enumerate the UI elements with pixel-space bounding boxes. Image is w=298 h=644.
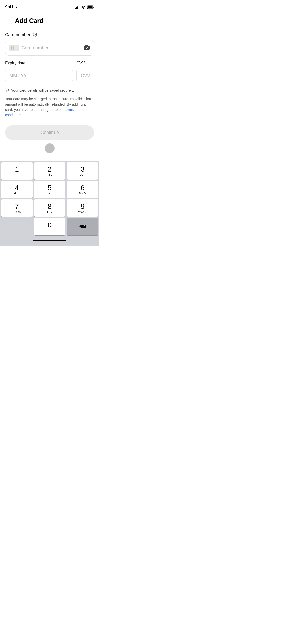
wifi-icon: [81, 5, 86, 9]
terms-end: .: [21, 113, 22, 117]
numeric-key[interactable]: 7PQRS: [1, 199, 33, 217]
status-time: 9:41: [5, 5, 13, 10]
card-number-input[interactable]: [22, 45, 83, 51]
numeric-key[interactable]: 1: [1, 162, 33, 180]
svg-point-10: [86, 47, 87, 48]
card-number-label-text: Card number: [5, 32, 30, 37]
svg-point-3: [11, 47, 12, 49]
status-bar: 9:41 ▲: [0, 0, 99, 13]
svg-point-7: [11, 46, 12, 47]
card-chip-icon: [9, 45, 19, 51]
svg-rect-1: [88, 6, 93, 8]
home-indicator: [5, 143, 94, 153]
key-number: 8: [48, 203, 52, 210]
key-letters: WXYZ: [78, 211, 87, 214]
cvv-input-wrapper[interactable]: [76, 68, 99, 83]
numeric-keyboard: 12ABC3DEF4GHI5JKL6MNO7PQRS8TUV9WXYZ0: [0, 161, 99, 238]
card-number-label: Card number: [5, 32, 94, 37]
key-letters: MNO: [79, 192, 86, 195]
key-letters: PQRS: [13, 211, 21, 214]
content-area: Card number: [0, 30, 99, 161]
numeric-key[interactable]: 9WXYZ: [67, 199, 98, 217]
expiry-label-text: Expiry date: [5, 61, 25, 65]
terms-text: Your card may be charged to make sure it…: [5, 96, 94, 118]
key-number: 0: [48, 222, 52, 229]
home-dot: [45, 143, 55, 153]
key-number: 7: [15, 203, 19, 210]
svg-point-4: [13, 47, 14, 49]
numeric-key[interactable]: 5JKL: [34, 181, 65, 198]
security-note: Your card details will be saved securely…: [5, 88, 94, 92]
security-note-text: Your card details will be saved securely…: [11, 88, 74, 92]
status-icons: [75, 5, 94, 9]
expiry-label: Expiry date: [5, 61, 73, 65]
svg-point-5: [11, 49, 12, 50]
page-title: Add Card: [15, 17, 44, 25]
numeric-key[interactable]: 8TUV: [34, 199, 65, 217]
numeric-key[interactable]: 6MNO: [67, 181, 98, 198]
svg-point-8: [13, 46, 14, 47]
expiry-input-wrapper[interactable]: [5, 68, 73, 83]
home-bar-line: [33, 240, 66, 241]
cvv-label-text: CVV: [76, 61, 85, 65]
expiry-cvv-row: Expiry date CVV: [5, 61, 94, 83]
continue-button[interactable]: Continue: [5, 125, 94, 140]
key-letters: ABC: [47, 173, 53, 177]
key-number: 2: [48, 166, 52, 173]
key-letters: JKL: [47, 192, 52, 195]
svg-point-6: [13, 49, 14, 50]
empty-key: [1, 218, 33, 235]
key-number: 5: [48, 184, 52, 192]
delete-key[interactable]: [67, 218, 98, 235]
numeric-key[interactable]: 2ABC: [34, 162, 65, 180]
camera-icon[interactable]: [83, 44, 90, 51]
card-number-input-wrapper[interactable]: [5, 40, 94, 56]
signal-icon: [75, 5, 79, 9]
keyboard-row: 12ABC3DEF: [1, 162, 98, 180]
key-number: 4: [15, 184, 19, 192]
shield-icon: [32, 32, 37, 37]
key-number: 1: [15, 166, 19, 173]
key-number: 3: [80, 166, 85, 173]
numeric-key[interactable]: 3DEF: [67, 162, 98, 180]
key-letters: TUV: [47, 211, 53, 214]
battery-icon: [87, 5, 94, 9]
expiry-col: Expiry date: [5, 61, 73, 83]
numeric-key[interactable]: 4GHI: [1, 181, 33, 198]
numeric-key[interactable]: 0: [34, 218, 65, 235]
back-button[interactable]: ←: [5, 18, 11, 24]
page-header: ← Add Card: [0, 13, 99, 30]
key-letters: DEF: [80, 173, 86, 177]
home-bar: [0, 238, 99, 246]
location-arrow-icon: ▲: [15, 5, 18, 9]
keyboard-row: 0: [1, 218, 98, 235]
keyboard-row: 4GHI5JKL6MNO: [1, 181, 98, 198]
security-shield-icon: [5, 88, 9, 92]
key-letters: GHI: [14, 192, 20, 195]
key-number: 6: [80, 184, 85, 192]
cvv-col: CVV: [76, 61, 99, 83]
key-number: 9: [80, 203, 85, 210]
keyboard-row: 7PQRS8TUV9WXYZ: [1, 199, 98, 217]
cvv-label: CVV: [76, 61, 99, 65]
cvv-input[interactable]: [81, 73, 99, 78]
delete-icon: [79, 223, 86, 230]
expiry-input[interactable]: [9, 73, 69, 78]
